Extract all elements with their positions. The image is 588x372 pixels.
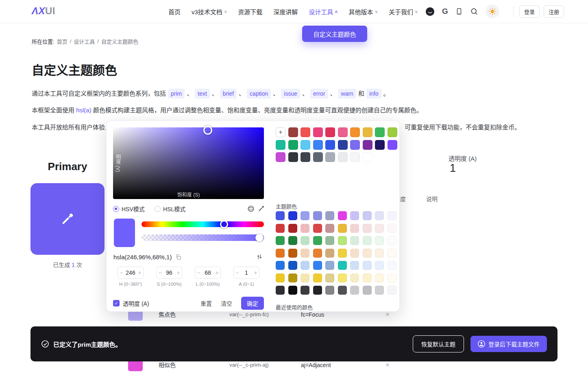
color-swatch[interactable] — [313, 152, 323, 162]
color-swatch[interactable] — [288, 224, 297, 233]
nav-item-资源下载[interactable]: 资源下载 — [238, 7, 262, 16]
reset-button[interactable]: 重置 — [200, 299, 212, 307]
color-swatch[interactable] — [350, 127, 360, 137]
color-swatch[interactable] — [313, 236, 322, 245]
decrement-button[interactable]: − — [234, 269, 241, 276]
search-icon[interactable] — [470, 7, 478, 15]
color-swatch[interactable] — [338, 236, 347, 245]
color-swatch[interactable] — [276, 261, 285, 270]
color-swatch[interactable] — [338, 224, 347, 233]
color-swatch[interactable] — [276, 224, 285, 233]
color-swatch[interactable] — [301, 261, 309, 270]
color-series-tag-issue[interactable]: issue — [281, 89, 300, 98]
color-swatch[interactable] — [276, 236, 285, 245]
gitee-icon[interactable]: G — [442, 7, 448, 16]
nav-item-其他版本[interactable]: 其他版本∨ — [349, 7, 378, 16]
color-series-tag-warn[interactable]: warn — [338, 89, 356, 98]
color-swatch[interactable] — [288, 140, 298, 150]
add-color-button[interactable]: + — [276, 127, 285, 137]
color-swatch[interactable] — [325, 261, 334, 270]
color-swatch[interactable] — [313, 261, 322, 270]
color-swatch[interactable] — [338, 249, 347, 258]
color-swatch[interactable] — [325, 211, 334, 220]
nav-item-v3技术文档[interactable]: v3技术文档∨ — [192, 7, 227, 16]
color-swatch[interactable] — [388, 127, 397, 137]
color-swatch[interactable] — [288, 236, 297, 245]
color-swatch[interactable] — [301, 236, 309, 245]
theme-toggle-icon[interactable] — [486, 4, 499, 18]
alpha-checkbox[interactable]: ✓透明度 (A) — [113, 299, 149, 307]
color-swatch[interactable] — [388, 249, 396, 258]
color-swatch[interactable] — [363, 211, 372, 220]
color-swatch[interactable] — [338, 261, 347, 270]
color-swatch[interactable] — [388, 261, 396, 270]
decrement-button[interactable]: − — [157, 269, 163, 276]
color-swatch[interactable] — [288, 152, 298, 162]
color-swatch[interactable] — [350, 236, 359, 245]
color-series-tag-brief[interactable]: brief — [220, 89, 237, 98]
color-swatch[interactable] — [350, 274, 359, 282]
color-swatch[interactable] — [363, 236, 372, 245]
color-swatch[interactable] — [363, 261, 372, 270]
color-swatch[interactable] — [313, 274, 322, 282]
color-swatch[interactable] — [388, 286, 396, 295]
download-theme-button[interactable]: 登录后下载主题文件 — [470, 336, 547, 352]
color-swatch[interactable] — [388, 274, 396, 282]
color-swatch[interactable] — [388, 140, 397, 150]
color-swatch[interactable] — [325, 286, 334, 295]
color-swatch[interactable] — [350, 249, 359, 258]
increment-button[interactable]: + — [213, 269, 220, 276]
color-swatch[interactable] — [313, 140, 323, 150]
color-swatch[interactable] — [375, 274, 384, 282]
color-swatch[interactable] — [325, 236, 334, 245]
color-series-tag-caption[interactable]: caption — [247, 89, 271, 98]
restore-default-theme-button[interactable]: 恢复默认主题 — [413, 335, 464, 352]
color-swatch[interactable] — [325, 127, 335, 137]
color-swatch[interactable] — [375, 249, 384, 258]
clear-button[interactable]: 清空 — [221, 299, 232, 307]
color-swatch[interactable] — [363, 140, 372, 150]
nav-item-首页[interactable]: 首页 — [168, 7, 181, 16]
nav-item-关于我们[interactable]: 关于我们∨ — [389, 7, 418, 16]
register-button[interactable]: 注册 — [544, 5, 564, 18]
color-swatch[interactable] — [313, 249, 322, 258]
color-series-tag-text[interactable]: text — [195, 89, 210, 98]
color-swatch[interactable] — [288, 127, 298, 137]
nav-item-设计工具[interactable]: 设计工具∧ — [309, 7, 338, 16]
color-swatch[interactable] — [288, 249, 297, 258]
color-swatch[interactable] — [363, 274, 372, 282]
color-swatch[interactable] — [301, 286, 309, 295]
color-swatch[interactable] — [388, 211, 396, 220]
color-swatch[interactable] — [301, 140, 310, 150]
color-swatch[interactable] — [375, 211, 384, 220]
color-swatch[interactable] — [338, 152, 348, 162]
color-swatch[interactable] — [325, 224, 334, 233]
increment-button[interactable]: + — [252, 269, 259, 276]
color-swatch[interactable] — [288, 274, 297, 282]
color-swatch[interactable] — [288, 261, 297, 270]
color-swatch[interactable] — [338, 140, 348, 150]
color-swatch[interactable] — [363, 152, 372, 162]
increment-button[interactable]: + — [175, 269, 182, 276]
color-swatch[interactable] — [338, 127, 348, 137]
nav-item-深度讲解[interactable]: 深度讲解 — [273, 7, 298, 16]
color-swatch[interactable] — [350, 140, 360, 150]
color-swatch[interactable] — [313, 211, 322, 220]
color-swatch[interactable] — [276, 140, 285, 150]
color-swatch[interactable] — [363, 224, 372, 233]
community-icon[interactable] — [425, 7, 435, 16]
color-swatch[interactable] — [375, 261, 384, 270]
color-swatch[interactable] — [363, 127, 372, 137]
color-swatch[interactable] — [276, 249, 285, 258]
color-swatch[interactable] — [313, 127, 323, 137]
confirm-button[interactable]: 确定 — [241, 297, 264, 310]
color-swatch[interactable] — [375, 127, 385, 137]
color-swatch[interactable] — [388, 224, 396, 233]
hue-slider[interactable] — [142, 221, 264, 227]
color-swatch[interactable] — [325, 274, 334, 282]
color-swatch[interactable] — [301, 211, 309, 220]
decrement-button[interactable]: − — [195, 269, 202, 276]
eyedropper-tool-icon[interactable] — [258, 205, 265, 212]
dropdown-custom-theme-color[interactable]: 自定义主题颜色 — [302, 26, 367, 42]
color-swatch[interactable] — [363, 249, 372, 258]
